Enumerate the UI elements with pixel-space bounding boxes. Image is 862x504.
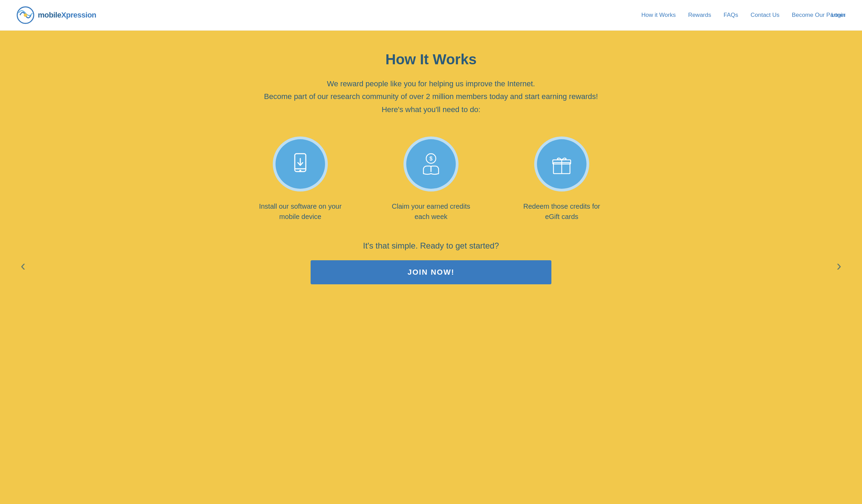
step-install-label: Install our software on your mobile devi… [256, 201, 345, 222]
phone-download-icon [287, 150, 314, 178]
step-claim-label: Claim your earned credits each week [386, 201, 476, 222]
hero-subtitle: We reward people like you for helping us… [264, 77, 598, 116]
logo[interactable]: mobileXpression [17, 6, 96, 24]
nav-how-it-works[interactable]: How it Works [642, 12, 676, 19]
nav-rewards[interactable]: Rewards [688, 12, 711, 19]
hero-section: ‹ › How It Works We reward people like y… [0, 31, 862, 504]
step-redeem: Redeem those credits for eGift cards [517, 136, 606, 222]
logo-text: mobileXpression [38, 11, 96, 20]
carousel-prev-arrow[interactable]: ‹ [21, 258, 25, 274]
closing-text: It's that simple. Ready to get started? [363, 241, 499, 251]
logo-icon [17, 6, 34, 24]
step-install: Install our software on your mobile devi… [256, 136, 345, 222]
gift-card-icon [548, 150, 575, 178]
svg-point-4 [299, 170, 301, 172]
step-claim-circle: $ [403, 136, 459, 191]
site-header: mobileXpression How it Works Rewards FAQ… [0, 0, 862, 31]
nav-contact[interactable]: Contact Us [751, 12, 779, 19]
nav-faqs[interactable]: FAQs [723, 12, 738, 19]
steps-container: Install our software on your mobile devi… [256, 136, 606, 222]
join-now-button[interactable]: JOIN NOW! [311, 260, 551, 284]
hero-title: How It Works [385, 51, 476, 68]
carousel-next-arrow[interactable]: › [837, 258, 841, 274]
step-redeem-label: Redeem those credits for eGift cards [517, 201, 606, 222]
step-claim: $ Claim your earned credits each week [386, 136, 476, 222]
step-install-circle [273, 136, 328, 191]
svg-text:$: $ [430, 156, 433, 162]
svg-point-1 [24, 13, 27, 17]
hands-money-icon: $ [417, 150, 445, 178]
login-link[interactable]: Login [831, 12, 845, 19]
main-nav: How it Works Rewards FAQs Contact Us Bec… [642, 12, 845, 19]
step-redeem-circle [534, 136, 589, 191]
